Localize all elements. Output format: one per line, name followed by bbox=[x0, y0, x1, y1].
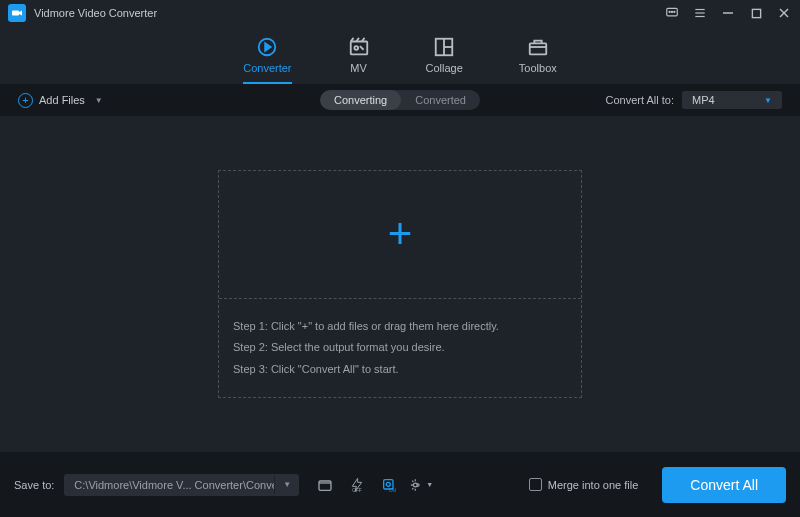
settings-button[interactable]: ▼ bbox=[409, 473, 433, 497]
collage-icon bbox=[433, 36, 455, 58]
maximize-button[interactable] bbox=[748, 5, 764, 21]
window-controls bbox=[664, 5, 792, 21]
camera-icon bbox=[11, 7, 23, 19]
converter-icon bbox=[256, 36, 278, 58]
format-value: MP4 bbox=[692, 94, 715, 106]
save-path-box: C:\Vidmore\Vidmore V... Converter\Conver… bbox=[64, 474, 299, 496]
footer: Save to: C:\Vidmore\Vidmore V... Convert… bbox=[0, 452, 800, 517]
gpu-accel-button[interactable]: ON bbox=[377, 473, 401, 497]
svg-rect-18 bbox=[530, 43, 547, 54]
add-files-button[interactable]: + Add Files ▼ bbox=[18, 93, 103, 108]
merge-checkbox[interactable]: Merge into one file bbox=[529, 478, 639, 491]
toolbar: + Add Files ▼ Converting Converted Conve… bbox=[0, 84, 800, 116]
app-title: Vidmore Video Converter bbox=[34, 7, 664, 19]
feedback-icon[interactable] bbox=[664, 5, 680, 21]
save-to-label: Save to: bbox=[14, 479, 54, 491]
footer-icons: OFF ON ▼ bbox=[313, 473, 433, 497]
plus-icon: + bbox=[388, 213, 413, 255]
svg-point-3 bbox=[671, 11, 672, 12]
app-logo bbox=[8, 4, 26, 22]
svg-text:ON: ON bbox=[389, 488, 396, 493]
svg-rect-21 bbox=[384, 479, 393, 488]
dropzone: + Step 1: Click "+" to add files or drag… bbox=[218, 170, 582, 398]
tab-collage[interactable]: Collage bbox=[426, 36, 463, 84]
step-text: Step 3: Click "Convert All" to start. bbox=[233, 362, 567, 377]
close-button[interactable] bbox=[776, 5, 792, 21]
segment-converting[interactable]: Converting bbox=[320, 90, 401, 110]
convert-all-button[interactable]: Convert All bbox=[662, 467, 786, 503]
svg-point-24 bbox=[414, 483, 418, 487]
svg-rect-9 bbox=[752, 9, 760, 17]
format-select[interactable]: MP4 ▼ bbox=[682, 91, 782, 109]
status-segmented: Converting Converted bbox=[320, 90, 480, 110]
main-tabs: Converter MV Collage Toolbox bbox=[0, 26, 800, 84]
plus-circle-icon: + bbox=[18, 93, 33, 108]
menu-icon[interactable] bbox=[692, 5, 708, 21]
svg-text:OFF: OFF bbox=[353, 488, 362, 493]
svg-point-2 bbox=[669, 11, 670, 12]
step-text: Step 1: Click "+" to add files or drag t… bbox=[233, 319, 567, 334]
tab-label: Toolbox bbox=[519, 62, 557, 74]
add-files-label: Add Files bbox=[39, 94, 85, 106]
checkbox-icon bbox=[529, 478, 542, 491]
tab-mv[interactable]: MV bbox=[348, 36, 370, 84]
tab-converter[interactable]: Converter bbox=[243, 36, 291, 84]
tab-toolbox[interactable]: Toolbox bbox=[519, 36, 557, 84]
tab-label: Collage bbox=[426, 62, 463, 74]
save-path-dropdown[interactable]: ▼ bbox=[274, 475, 299, 494]
convert-all-to-label: Convert All to: bbox=[606, 94, 674, 106]
svg-point-14 bbox=[354, 46, 358, 50]
dropzone-instructions: Step 1: Click "+" to add files or drag t… bbox=[219, 299, 581, 397]
merge-label: Merge into one file bbox=[548, 479, 639, 491]
toolbox-icon bbox=[527, 36, 549, 58]
segment-converted[interactable]: Converted bbox=[401, 90, 480, 110]
open-folder-button[interactable] bbox=[313, 473, 337, 497]
svg-rect-0 bbox=[12, 11, 19, 16]
convert-all-to: Convert All to: MP4 ▼ bbox=[606, 91, 782, 109]
hardware-accel-button[interactable]: OFF bbox=[345, 473, 369, 497]
mv-icon bbox=[348, 36, 370, 58]
svg-point-4 bbox=[674, 11, 675, 12]
svg-point-22 bbox=[387, 482, 391, 486]
minimize-button[interactable] bbox=[720, 5, 736, 21]
step-text: Step 2: Select the output format you des… bbox=[233, 340, 567, 355]
titlebar: Vidmore Video Converter bbox=[0, 0, 800, 26]
main-area: + Step 1: Click "+" to add files or drag… bbox=[0, 116, 800, 452]
chevron-down-icon: ▼ bbox=[95, 96, 103, 105]
chevron-down-icon: ▼ bbox=[764, 96, 772, 105]
tab-label: MV bbox=[350, 62, 367, 74]
save-path: C:\Vidmore\Vidmore V... Converter\Conver… bbox=[64, 474, 274, 496]
tab-label: Converter bbox=[243, 62, 291, 74]
dropzone-add[interactable]: + bbox=[219, 171, 581, 299]
